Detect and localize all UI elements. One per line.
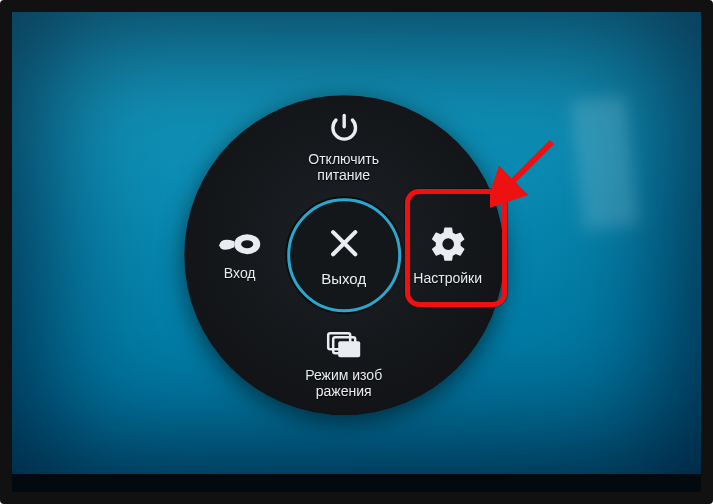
annotation-arrow bbox=[490, 130, 570, 210]
monitor-screen: Отключить питание Настройки Режим изоб р… bbox=[0, 0, 713, 504]
settings-label: Настройки bbox=[398, 270, 498, 286]
monitor-jog-menu: Отключить питание Настройки Режим изоб р… bbox=[184, 95, 504, 415]
gear-icon bbox=[398, 224, 498, 264]
picture-mode-option[interactable]: Режим изоб ражения bbox=[294, 329, 394, 399]
desktop-taskbar bbox=[12, 474, 701, 492]
power-off-option[interactable]: Отключить питание bbox=[294, 111, 394, 183]
exit-option[interactable]: Выход bbox=[287, 198, 401, 312]
close-icon bbox=[325, 224, 363, 266]
input-source-option[interactable]: Вход bbox=[190, 229, 290, 281]
power-icon bbox=[294, 111, 394, 145]
input-plug-icon bbox=[190, 229, 290, 259]
svg-line-5 bbox=[508, 142, 552, 186]
picture-mode-icon bbox=[294, 329, 394, 361]
settings-option[interactable]: Настройки bbox=[398, 224, 498, 286]
input-label: Вход bbox=[190, 265, 290, 281]
svg-point-4 bbox=[241, 240, 253, 248]
picture-mode-label: Режим изоб ражения bbox=[294, 367, 394, 399]
power-off-label: Отключить питание bbox=[294, 151, 394, 183]
exit-label: Выход bbox=[321, 270, 366, 287]
